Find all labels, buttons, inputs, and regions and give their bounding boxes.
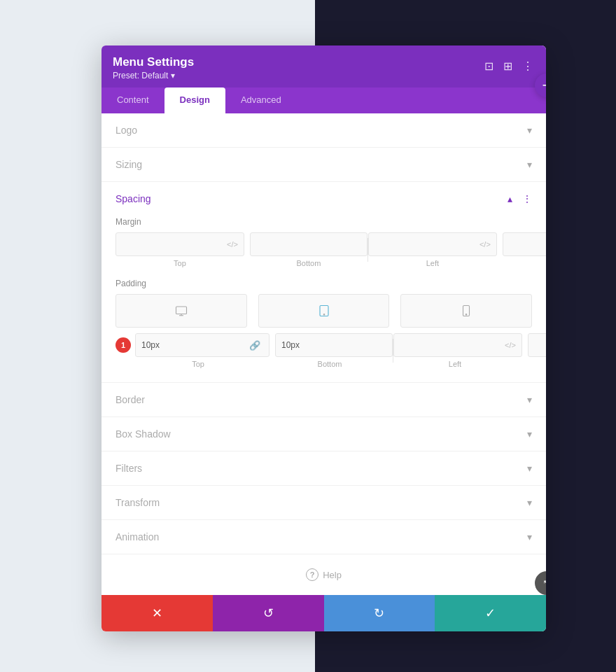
error-badge: 1 — [115, 337, 131, 353]
help-icon: ? — [306, 568, 318, 581]
sizing-section-header[interactable]: Sizing ▾ — [102, 148, 546, 181]
help-label: Help — [323, 570, 342, 580]
cancel-button[interactable]: ✕ — [102, 595, 213, 631]
padding-mobile-icon[interactable] — [400, 294, 532, 328]
svg-rect-0 — [176, 307, 186, 314]
modal-footer: ✕ ↺ ↻ ✓ — [102, 595, 546, 631]
svg-point-4 — [323, 314, 325, 316]
margin-left-input[interactable] — [374, 239, 479, 249]
preset-selector[interactable]: Preset: Default ▾ — [113, 71, 194, 80]
margin-right-input[interactable] — [509, 239, 546, 249]
tab-bar: Content Design Advanced — [102, 88, 546, 113]
desktop-svg — [175, 304, 188, 317]
logo-title: Logo — [115, 125, 137, 136]
tablet-svg — [318, 304, 330, 317]
padding-tablet-icon[interactable] — [258, 294, 390, 328]
spacing-section-header[interactable]: Spacing ▴ ⋮ — [102, 182, 546, 216]
padding-label: Padding — [115, 279, 532, 288]
mobile-svg — [460, 304, 472, 317]
padding-bottom-input[interactable] — [281, 340, 386, 350]
box-shadow-section: Box Shadow ▾ — [102, 417, 546, 451]
padding-desktop-icon[interactable] — [115, 294, 247, 328]
spacing-section: Spacing ▴ ⋮ Margin — [102, 182, 546, 383]
filters-title: Filters — [115, 463, 142, 474]
modal-header: Menu Settings Preset: Default ▾ ⊡ ⊞ ⋮ — [102, 46, 546, 88]
animation-section: Animation ▾ — [102, 520, 546, 554]
border-section: Border ▾ — [102, 383, 546, 417]
spacing-content: Margin </> Top — [102, 217, 546, 382]
margin-left-code-icon: </> — [479, 240, 491, 248]
modal-body: Logo ▾ Sizing ▾ Spacing ▴ ⋮ Margin — [102, 113, 546, 595]
margin-top-code-icon: </> — [227, 240, 238, 248]
padding-top-label: Top — [135, 360, 261, 368]
filters-chevron-icon: ▾ — [527, 463, 532, 474]
padding-right-input[interactable] — [534, 340, 546, 350]
padding-top-input[interactable] — [141, 340, 246, 350]
margin-label: Margin — [115, 217, 532, 227]
more-options-icon[interactable]: ⋮ — [521, 58, 535, 74]
margin-bottom-label: Bottom — [296, 259, 321, 267]
border-title: Border — [115, 394, 145, 405]
tab-content[interactable]: Content — [102, 88, 164, 113]
sizing-section: Sizing ▾ — [102, 148, 546, 182]
padding-bottom-label: Bottom — [267, 360, 393, 368]
spacing-title: Spacing — [115, 193, 151, 204]
margin-top-input[interactable] — [122, 239, 227, 249]
modal-title: Menu Settings — [113, 55, 194, 69]
box-shadow-title: Box Shadow — [115, 428, 171, 440]
margin-left-label: Left — [426, 259, 439, 267]
help-row[interactable]: ? Help — [102, 554, 546, 595]
animation-title: Animation — [115, 531, 159, 542]
modal-panel: + Menu Settings Preset: Default ▾ ⊡ ⊞ ⋮ … — [102, 46, 546, 631]
box-shadow-header[interactable]: Box Shadow ▾ — [102, 417, 546, 451]
save-button[interactable]: ✓ — [435, 595, 546, 631]
redo-button[interactable]: ↻ — [324, 595, 435, 631]
padding-left-code-icon: </> — [505, 341, 516, 349]
transform-title: Transform — [115, 497, 160, 508]
animation-header[interactable]: Animation ▾ — [102, 520, 546, 554]
transform-header[interactable]: Transform ▾ — [102, 486, 546, 519]
sizing-title: Sizing — [115, 159, 142, 170]
sizing-chevron-icon: ▾ — [527, 159, 532, 170]
filters-section: Filters ▾ — [102, 451, 546, 486]
header-info: Menu Settings Preset: Default ▾ — [113, 55, 194, 80]
spacing-chevron-up-icon: ▴ — [507, 193, 512, 204]
padding-link-icon[interactable]: 🔗 — [249, 340, 260, 351]
margin-top-label: Top — [174, 259, 186, 267]
expand-icon[interactable]: ⊞ — [502, 58, 514, 74]
animation-chevron-icon: ▾ — [527, 531, 532, 542]
focus-mode-icon[interactable]: ⊡ — [483, 58, 495, 74]
transform-section: Transform ▾ — [102, 486, 546, 520]
padding-right-label: Right — [522, 360, 546, 368]
border-chevron-icon: ▾ — [527, 394, 532, 405]
box-shadow-chevron-icon: ▾ — [527, 428, 532, 440]
margin-bottom-input[interactable] — [256, 239, 361, 249]
spacing-header-icons: ▴ ⋮ — [507, 193, 532, 204]
logo-chevron-icon: ▾ — [527, 125, 532, 136]
spacing-more-icon[interactable]: ⋮ — [522, 193, 532, 204]
border-section-header[interactable]: Border ▾ — [102, 383, 546, 416]
undo-button[interactable]: ↺ — [213, 595, 324, 631]
header-actions: ⊡ ⊞ ⋮ — [483, 58, 535, 74]
padding-left-label: Left — [393, 360, 517, 368]
padding-left-input[interactable] — [400, 340, 505, 350]
tab-advanced[interactable]: Advanced — [225, 88, 297, 113]
logo-section-header[interactable]: Logo ▾ — [102, 113, 546, 147]
filters-header[interactable]: Filters ▾ — [102, 451, 546, 485]
logo-section: Logo ▾ — [102, 113, 546, 148]
svg-point-6 — [465, 314, 467, 316]
transform-chevron-icon: ▾ — [527, 497, 532, 508]
tab-design[interactable]: Design — [164, 88, 225, 113]
